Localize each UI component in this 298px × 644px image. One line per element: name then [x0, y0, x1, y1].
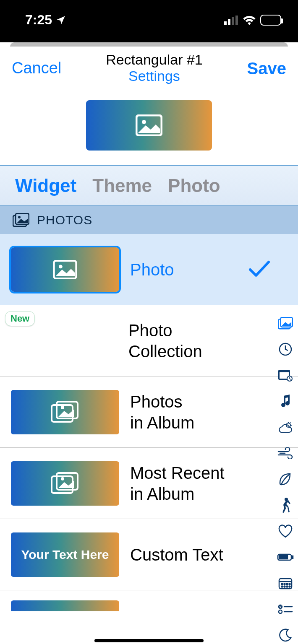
- row-photo-collection[interactable]: New PhotoCollection: [0, 305, 298, 377]
- svg-point-25: [285, 498, 288, 501]
- sheet-title: Rectangular #1: [61, 52, 247, 68]
- tab-photo[interactable]: Photo: [168, 175, 220, 196]
- widget-list: Photo New PhotoCollection Photosin Album: [0, 234, 298, 611]
- rail-clock-icon[interactable]: [277, 341, 294, 358]
- thumb-text-label: Your Text Here: [21, 548, 109, 562]
- thumb-peek: [11, 600, 119, 611]
- svg-point-36: [284, 586, 285, 587]
- svg-rect-27: [292, 556, 293, 558]
- svg-point-41: [279, 610, 282, 613]
- album-icon: [51, 472, 79, 495]
- rail-weather-icon[interactable]: [277, 419, 294, 436]
- thumb-recent: [11, 461, 119, 506]
- tab-widget[interactable]: Widget: [15, 175, 76, 196]
- signal-icon: [224, 16, 238, 25]
- row-label: PhotoCollection: [128, 320, 202, 362]
- photos-icon: [13, 213, 29, 227]
- row-label: Photo: [130, 259, 174, 280]
- section-header-photos: PHOTOS: [0, 206, 298, 234]
- svg-point-5: [142, 120, 146, 124]
- sheet-subtitle[interactable]: Settings: [61, 68, 247, 84]
- svg-point-32: [284, 584, 285, 585]
- svg-point-35: [282, 586, 283, 587]
- rail-wind-icon[interactable]: [277, 445, 294, 462]
- new-badge: New: [5, 311, 35, 326]
- svg-point-8: [18, 216, 21, 218]
- thumb-photo: [11, 247, 119, 292]
- status-bar: 7:25 67: [0, 0, 298, 40]
- svg-rect-2: [232, 17, 234, 25]
- row-photo[interactable]: Photo: [0, 234, 298, 305]
- battery-level: 67: [267, 16, 275, 24]
- row-peek[interactable]: [0, 590, 298, 611]
- svg-point-10: [59, 265, 63, 268]
- sheet-header: Cancel Rectangular #1 Settings Save: [0, 47, 298, 88]
- svg-point-16: [61, 477, 64, 480]
- home-indicator[interactable]: [94, 639, 204, 642]
- checkmark-icon: [248, 260, 270, 280]
- rail-calendar-clock-icon[interactable]: [277, 367, 294, 384]
- status-time: 7:25: [25, 12, 52, 28]
- rail-battery-icon[interactable]: [277, 549, 294, 566]
- widget-preview[interactable]: [86, 100, 212, 151]
- rail-moon-icon[interactable]: [277, 627, 294, 644]
- svg-point-38: [289, 586, 290, 587]
- svg-point-31: [282, 584, 283, 585]
- row-label: Custom Text: [130, 544, 223, 565]
- wifi-icon: [243, 15, 256, 25]
- battery-icon: 67: [260, 15, 281, 26]
- svg-rect-0: [224, 21, 227, 25]
- location-icon: [55, 15, 66, 26]
- row-label: Photosin Album: [130, 391, 194, 433]
- image-icon: [53, 260, 77, 279]
- thumb-custom-text: Your Text Here: [11, 532, 119, 577]
- save-button[interactable]: Save: [247, 59, 286, 78]
- row-photos-in-album[interactable]: Photosin Album: [0, 377, 298, 448]
- rail-calendar-icon[interactable]: [277, 575, 294, 592]
- tabs-row: Widget Theme Photo: [0, 165, 298, 206]
- rail-walk-icon[interactable]: [277, 497, 294, 514]
- svg-point-34: [289, 584, 290, 585]
- rail-checklist-icon[interactable]: [277, 601, 294, 618]
- row-label: Most Recentin Album: [130, 462, 225, 504]
- section-header-label: PHOTOS: [37, 213, 92, 227]
- svg-point-37: [287, 586, 288, 587]
- rail-photos-icon[interactable]: [277, 315, 294, 332]
- cancel-button[interactable]: Cancel: [12, 59, 61, 77]
- image-icon: [136, 114, 162, 136]
- thumb-album: [11, 390, 119, 434]
- rail-leaf-icon[interactable]: [277, 471, 294, 488]
- rail-heart-icon[interactable]: [277, 523, 294, 540]
- tab-theme[interactable]: Theme: [92, 175, 152, 196]
- row-custom-text[interactable]: Your Text Here Custom Text: [0, 519, 298, 590]
- svg-rect-28: [279, 556, 288, 559]
- rail-music-icon[interactable]: [277, 393, 294, 410]
- svg-rect-3: [235, 16, 238, 25]
- settings-sheet: Cancel Rectangular #1 Settings Save Widg…: [0, 47, 298, 644]
- album-icon: [51, 401, 79, 423]
- category-rail: [275, 315, 295, 644]
- svg-point-33: [287, 584, 288, 585]
- svg-rect-1: [228, 19, 230, 25]
- row-most-recent-in-album[interactable]: Most Recentin Album: [0, 448, 298, 519]
- svg-point-13: [61, 406, 64, 409]
